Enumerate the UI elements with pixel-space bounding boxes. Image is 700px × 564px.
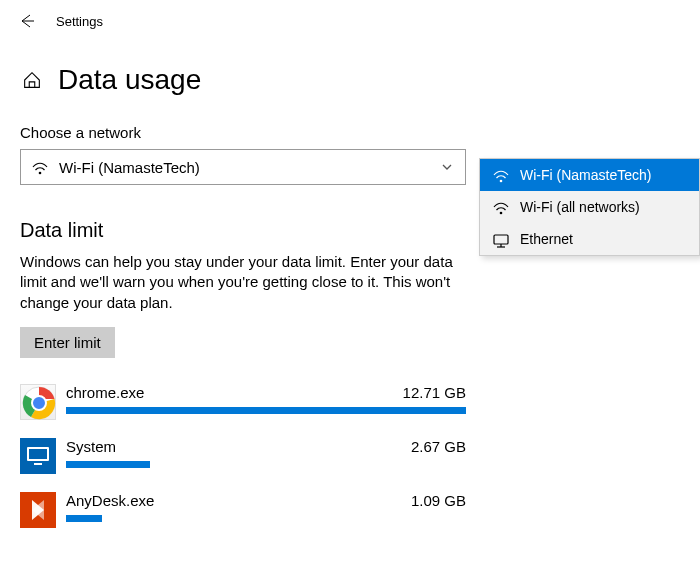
network-select[interactable]: Wi-Fi (NamasteTech): [20, 149, 466, 185]
usage-bar-fill: [66, 461, 150, 468]
usage-bar: [66, 407, 466, 414]
app-usage-list: chrome.exe 12.71 GB System 2.67 GB: [20, 384, 466, 528]
ethernet-icon: [492, 230, 510, 248]
usage-bar: [66, 461, 466, 468]
data-limit-description: Windows can help you stay under your dat…: [20, 252, 480, 313]
app-row: chrome.exe 12.71 GB: [20, 384, 466, 420]
network-select-value: Wi-Fi (NamasteTech): [59, 159, 439, 176]
network-dropdown[interactable]: Wi-Fi (NamasteTech) Wi-Fi (all networks)…: [479, 158, 700, 256]
app-usage: 1.09 GB: [411, 492, 466, 509]
network-option-label: Ethernet: [520, 231, 573, 247]
window-title: Settings: [56, 14, 103, 29]
back-button[interactable]: [12, 6, 42, 36]
usage-bar-fill: [66, 515, 102, 522]
app-usage: 2.67 GB: [411, 438, 466, 455]
enter-limit-button[interactable]: Enter limit: [20, 327, 115, 358]
wifi-icon: [492, 198, 510, 216]
app-row: AnyDesk.exe 1.09 GB: [20, 492, 466, 528]
chrome-icon: [20, 384, 56, 420]
app-name: System: [66, 438, 116, 455]
usage-bar-fill: [66, 407, 466, 414]
app-name: chrome.exe: [66, 384, 144, 401]
app-row: System 2.67 GB: [20, 438, 466, 474]
network-option-wifi-all[interactable]: Wi-Fi (all networks): [480, 191, 699, 223]
app-name: AnyDesk.exe: [66, 492, 154, 509]
page-title: Data usage: [58, 64, 201, 96]
network-option-wifi-namastetech[interactable]: Wi-Fi (NamasteTech): [480, 159, 699, 191]
home-icon[interactable]: [20, 68, 44, 92]
network-option-label: Wi-Fi (all networks): [520, 199, 640, 215]
anydesk-icon: [20, 492, 56, 528]
chevron-down-icon: [439, 159, 455, 175]
network-option-ethernet[interactable]: Ethernet: [480, 223, 699, 255]
wifi-icon: [31, 158, 49, 176]
app-usage: 12.71 GB: [403, 384, 466, 401]
network-option-label: Wi-Fi (NamasteTech): [520, 167, 651, 183]
wifi-icon: [492, 166, 510, 184]
system-icon: [20, 438, 56, 474]
network-label: Choose a network: [20, 124, 680, 141]
usage-bar: [66, 515, 466, 522]
